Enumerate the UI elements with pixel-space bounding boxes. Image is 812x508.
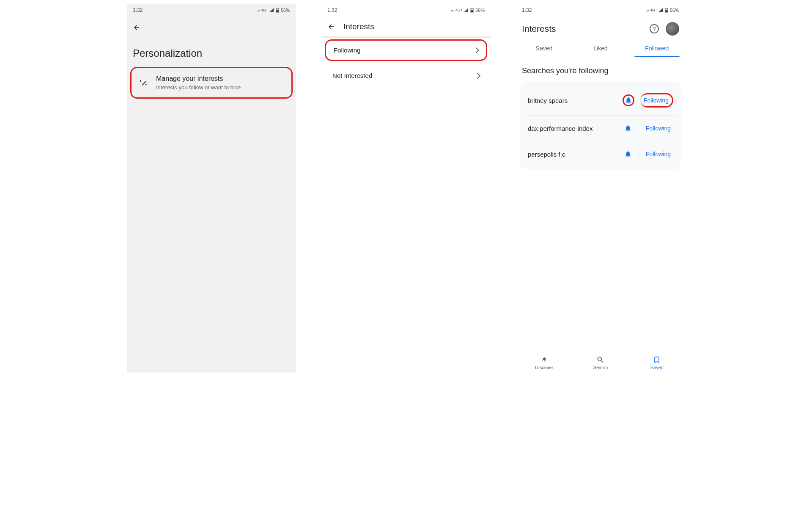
signal-icon — [464, 8, 469, 13]
page-title: Personalization — [127, 37, 296, 67]
manage-interests-subtitle: Interests you follow or want to hide — [156, 84, 241, 91]
signal-icon — [269, 8, 274, 13]
bottom-nav: Discover Search Saved — [516, 352, 685, 373]
not-interested-label: Not Interested — [332, 72, 372, 79]
status-bar: 1:32 ∞4G+ 56% — [127, 4, 296, 16]
tab-followed[interactable]: Followed — [629, 40, 685, 57]
following-row[interactable]: Following — [325, 39, 487, 61]
back-arrow-icon[interactable] — [133, 24, 140, 31]
notification-bell-icon[interactable] — [623, 94, 634, 106]
screen-interests-followed: 1:32 ∞4G+ 56% Interests ? Saved Liked Fo… — [516, 4, 685, 373]
nav-saved[interactable]: Saved — [629, 352, 685, 373]
bookmark-icon — [629, 356, 685, 364]
following-button[interactable]: Following — [639, 123, 673, 133]
avatar[interactable] — [666, 22, 679, 36]
status-time: 1:32 — [133, 7, 143, 13]
search-icon — [572, 356, 628, 364]
back-arrow-icon[interactable] — [327, 23, 335, 30]
svg-rect-1 — [276, 10, 279, 12]
chevron-right-icon — [475, 72, 480, 78]
followed-item-label: persepolis f.c. — [528, 151, 567, 158]
followed-item: dax performance-index Following — [524, 115, 677, 141]
status-right: ∞4G+ 56% — [257, 8, 290, 13]
battery-icon — [664, 8, 669, 13]
tab-liked[interactable]: Liked — [572, 40, 628, 57]
status-bar: 1:32 ∞4G+ 56% — [516, 4, 685, 16]
screen-personalization: 1:32 ∞4G+ 56% Personalization Manage you… — [127, 4, 296, 373]
manage-interests-title: Manage your interests — [156, 75, 241, 83]
followed-item-label: britney spears — [528, 97, 568, 104]
page-title: Interests — [343, 22, 374, 31]
status-bar: 1:32 ∞4G+ 56% — [321, 4, 491, 16]
not-interested-row[interactable]: Not Interested — [325, 66, 487, 85]
battery-icon — [275, 8, 280, 13]
wand-icon — [139, 78, 148, 88]
following-button[interactable]: Following — [640, 93, 673, 108]
status-right: ∞4G+ 56% — [451, 8, 485, 13]
status-time: 1:32 — [522, 7, 532, 13]
chevron-right-icon — [473, 47, 479, 53]
followed-item-label: dax performance-index — [528, 125, 593, 132]
svg-rect-3 — [471, 10, 473, 12]
status-right: ∞4G+ 56% — [646, 8, 679, 13]
nav-discover[interactable]: Discover — [516, 352, 572, 373]
manage-interests-button[interactable]: Manage your interests Interests you foll… — [130, 67, 293, 99]
battery-icon — [469, 8, 475, 13]
following-button[interactable]: Following — [639, 149, 673, 159]
tab-saved[interactable]: Saved — [516, 40, 572, 57]
nav-search[interactable]: Search — [572, 352, 628, 373]
tabs: Saved Liked Followed — [516, 40, 685, 57]
following-label: Following — [334, 47, 360, 54]
notification-bell-icon[interactable] — [623, 124, 633, 133]
divider — [321, 36, 491, 38]
status-time: 1:32 — [327, 7, 337, 13]
discover-icon — [516, 356, 572, 364]
svg-rect-5 — [665, 10, 668, 12]
followed-item: persepolis f.c. Following — [524, 141, 677, 167]
help-icon[interactable]: ? — [650, 24, 659, 33]
page-title: Interests — [522, 24, 556, 34]
section-title: Searches you're following — [516, 57, 685, 81]
signal-icon — [658, 8, 663, 13]
notification-bell-icon[interactable] — [623, 149, 633, 159]
screen-interests-list: 1:32 ∞4G+ 56% Interests Following Not In… — [321, 4, 491, 373]
followed-item: britney spears Following — [520, 84, 681, 115]
followed-searches-card: britney spears Following dax performance… — [520, 81, 681, 169]
